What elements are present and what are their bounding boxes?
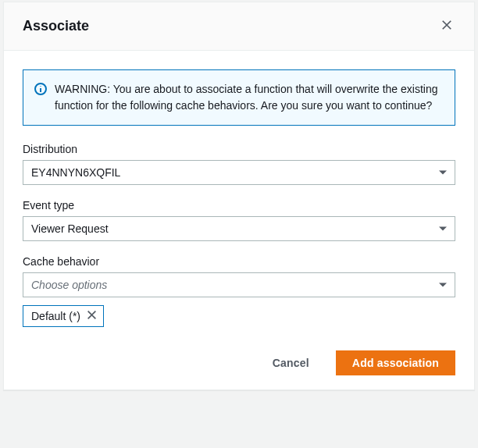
event-type-value: Viewer Request <box>31 222 109 235</box>
distribution-value: EY4NNYN6XQFIL <box>31 166 120 179</box>
modal-header: Associate <box>4 2 474 51</box>
cache-behavior-label: Cache behavior <box>23 255 455 268</box>
event-type-select[interactable]: Viewer Request <box>23 216 455 241</box>
modal-body: WARNING: You are about to associate a fu… <box>4 51 474 340</box>
close-icon <box>87 310 97 322</box>
info-icon <box>34 83 47 95</box>
distribution-select[interactable]: EY4NNYN6XQFIL <box>23 160 455 185</box>
warning-alert: WARNING: You are about to associate a fu… <box>23 69 455 126</box>
cancel-button[interactable]: Cancel <box>257 351 325 375</box>
close-icon <box>441 20 452 33</box>
cache-behavior-select[interactable]: Choose options <box>23 272 455 297</box>
add-association-button[interactable]: Add association <box>336 350 455 375</box>
event-type-group: Event type Viewer Request <box>23 199 455 241</box>
chevron-down-icon <box>439 171 447 175</box>
modal-title: Associate <box>23 18 89 34</box>
token-label: Default (*) <box>31 310 80 322</box>
cache-behavior-token: Default (*) <box>23 305 104 327</box>
associate-modal: Associate WARNING: You are about to asso… <box>3 2 475 390</box>
event-type-label: Event type <box>23 199 455 212</box>
cache-behavior-placeholder: Choose options <box>31 279 107 291</box>
cache-behavior-group: Cache behavior Choose options Default (*… <box>23 255 455 327</box>
chevron-down-icon <box>439 227 447 231</box>
distribution-label: Distribution <box>23 143 455 155</box>
chevron-down-icon <box>439 283 447 287</box>
distribution-group: Distribution EY4NNYN6XQFIL <box>23 143 455 185</box>
close-button[interactable] <box>438 16 455 36</box>
modal-footer: Cancel Add association <box>4 340 474 389</box>
warning-text: WARNING: You are about to associate a fu… <box>55 81 442 114</box>
token-remove-button[interactable] <box>87 310 97 322</box>
